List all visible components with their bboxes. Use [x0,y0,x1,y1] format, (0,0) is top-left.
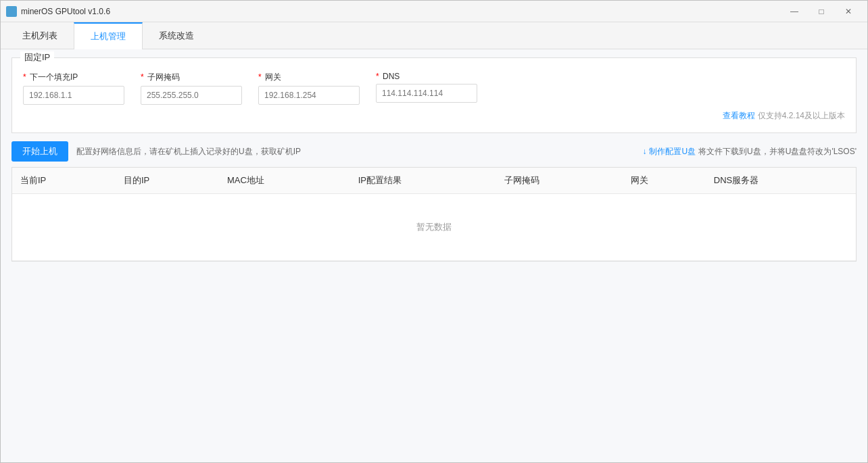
main-window: minerOS GPUtool v1.0.6 — □ ✕ 主机列表 上机管理 系… [0,0,868,463]
make-config-desc: 将文件下载到U盘，并将U盘盘符改为'LSOS' [698,146,857,157]
window-controls: — □ ✕ [781,1,862,22]
start-button[interactable]: 开始上机 [11,141,68,162]
col-dns-server: DNS服务器 [706,168,856,194]
section-legend: 固定IP [20,51,54,64]
table-header-row: 当前IP 目的IP MAC地址 IP配置结果 子网掩码 网关 DNS服务器 [12,168,856,194]
content-area: 固定IP * 下一个填充IP * 子网掩码 [1,49,867,462]
maximize-icon: □ [819,7,823,16]
input-gateway[interactable] [258,86,360,105]
input-next-ip[interactable] [23,86,124,105]
empty-text: 暂无数据 [12,194,856,261]
tab-host-manage[interactable]: 上机管理 [74,22,143,49]
maximize-button[interactable]: □ [808,1,835,22]
fixed-ip-section: 固定IP * 下一个填充IP * 子网掩码 [11,57,857,133]
help-note: 仅支持4.2.14及以上版本 [758,110,845,122]
label-subnet-mask: * 子网掩码 [141,72,242,83]
app-icon [6,6,17,17]
ip-table: 当前IP 目的IP MAC地址 IP配置结果 子网掩码 网关 DNS服务器 暂无… [12,168,856,261]
input-subnet-mask[interactable] [141,86,242,105]
col-current-ip: 当前IP [12,168,116,194]
ip-form-row: * 下一个填充IP * 子网掩码 * 网关 [23,72,845,105]
help-row: 查看教程 仅支持4.2.14及以上版本 [23,110,845,122]
close-icon: ✕ [845,7,852,16]
minimize-icon: — [790,7,798,16]
field-next-ip: * 下一个填充IP [23,72,124,105]
table-empty-row: 暂无数据 [12,194,856,261]
label-gateway: * 网关 [258,72,360,83]
close-button[interactable]: ✕ [835,1,862,22]
col-ip-result: IP配置结果 [350,168,497,194]
tab-sys-mod[interactable]: 系统改造 [143,22,210,49]
field-subnet-mask: * 子网掩码 [141,72,242,105]
titlebar: minerOS GPUtool v1.0.6 — □ ✕ [1,1,867,22]
col-subnet: 子网掩码 [496,168,623,194]
action-bar-right: ↓ 制作配置U盘 将文件下载到U盘，并将U盘盘符改为'LSOS' [642,146,857,157]
col-gw: 网关 [623,168,706,194]
titlebar-left: minerOS GPUtool v1.0.6 [6,6,110,17]
download-icon: ↓ [642,147,646,156]
col-mac: MAC地址 [219,168,350,194]
action-hint: 配置好网络信息后，请在矿机上插入记录好的U盘，获取矿机IP [76,146,301,157]
action-bar-left: 开始上机 配置好网络信息后，请在矿机上插入记录好的U盘，获取矿机IP [11,141,301,162]
action-bar: 开始上机 配置好网络信息后，请在矿机上插入记录好的U盘，获取矿机IP ↓ 制作配… [11,141,857,162]
help-link[interactable]: 查看教程 [723,110,755,122]
label-next-ip: * 下一个填充IP [23,72,124,83]
ip-table-wrapper: 当前IP 目的IP MAC地址 IP配置结果 子网掩码 网关 DNS服务器 暂无… [11,167,857,262]
tab-host-list[interactable]: 主机列表 [6,22,74,49]
field-dns: * DNS [376,72,477,103]
app-title: minerOS GPUtool v1.0.6 [21,7,110,16]
col-target-ip: 目的IP [116,168,219,194]
label-dns: * DNS [376,72,477,81]
input-dns[interactable] [376,84,477,103]
make-config-link[interactable]: 制作配置U盘 [649,146,696,157]
tab-bar: 主机列表 上机管理 系统改造 [1,22,867,49]
minimize-button[interactable]: — [781,1,808,22]
field-gateway: * 网关 [258,72,360,105]
